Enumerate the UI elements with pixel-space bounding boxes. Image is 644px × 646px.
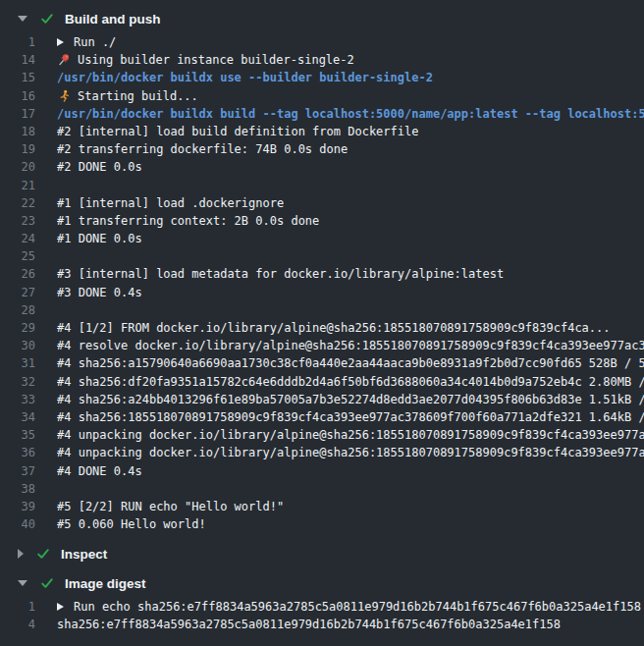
line-number[interactable]: 32 [0,373,35,391]
log-line: 32#4 sha256:df20fa9351a15782c64e6dddb2d4… [0,373,644,391]
line-number[interactable]: 26 [0,265,35,283]
section-header-image-digest[interactable]: Image digest [0,568,644,598]
log-line: 37#4 DONE 0.4s [0,462,644,480]
chevron-down-icon[interactable] [18,580,27,586]
line-number[interactable]: 18 [0,123,35,140]
log-line: 19#2 transferring dockerfile: 74B 0.0s d… [0,140,644,158]
run-toggle-icon[interactable] [57,603,64,611]
chevron-down-icon[interactable] [18,16,27,22]
log-line: 36#4 unpacking docker.io/library/alpine@… [0,444,644,461]
log-text: #4 resolve docker.io/library/alpine@sha2… [57,337,644,354]
log-line: 30#4 resolve docker.io/library/alpine@sh… [0,337,644,354]
section-build-and-push: Build and push 1Run ./14Using builder in… [0,4,644,539]
log-line: 29#4 [1/2] FROM docker.io/library/alpine… [0,319,644,337]
log-line: 27#3 DONE 0.4s [0,284,644,301]
log-line: 1Run ./ [0,33,644,51]
line-number[interactable]: 31 [0,354,35,372]
line-number[interactable]: 15 [0,69,35,86]
line-number[interactable]: 24 [0,230,35,247]
runner-icon [57,89,71,103]
actions-log-viewer: Build and push 1Run ./14Using builder in… [0,0,644,646]
log-text: #4 unpacking docker.io/library/alpine@sh… [57,444,644,461]
section-log-image-digest: 1Run echo sha256:e7ff8834a5963a2785c5a08… [0,598,644,639]
log-line: 31#4 sha256:a15790640a6690aa1730c38cf0a4… [0,354,644,372]
log-text: #2 transferring dockerfile: 74B 0.0s don… [57,140,348,158]
section-inspect: Inspect [0,539,644,568]
log-text: #4 sha256:a15790640a6690aa1730c38cf0a440… [57,354,644,372]
log-text: #3 DONE 0.4s [57,284,142,301]
log-text: #4 sha256:185518070891758909c9f839cf4ca3… [57,408,644,426]
log-line: 23#1 transferring context: 2B 0.0s done [0,212,644,230]
section-title: Build and push [65,12,161,27]
line-number[interactable]: 25 [0,247,35,265]
success-check-icon [36,547,50,561]
line-number[interactable]: 28 [0,301,35,319]
log-line: 28 [0,301,644,319]
line-number[interactable]: 35 [0,426,35,444]
line-number[interactable]: 33 [0,391,35,408]
log-text: Starting build... [78,87,198,105]
log-line: 22#1 [internal] load .dockerignore [0,194,644,212]
line-number[interactable]: 29 [0,319,35,337]
pushpin-icon [57,53,71,67]
log-text: #4 [1/2] FROM docker.io/library/alpine@s… [57,319,611,337]
success-check-icon [40,576,54,590]
log-text: Run ./ [74,33,116,51]
log-line: 20#2 DONE 0.0s [0,158,644,176]
line-number[interactable]: 30 [0,337,35,354]
section-header-build-and-push[interactable]: Build and push [0,4,644,33]
line-number[interactable]: 23 [0,212,35,230]
run-toggle-icon[interactable] [57,38,64,46]
line-number[interactable]: 36 [0,444,35,461]
log-text: sha256:e7ff8834a5963a2785c5a0811e979d16b… [57,616,561,633]
log-text: #1 DONE 0.0s [57,230,142,247]
log-text: Using builder instance builder-single-2 [78,51,354,69]
line-number[interactable]: 21 [0,177,35,194]
log-text: #2 [internal] load build definition from… [57,123,418,140]
log-line: 24#1 DONE 0.0s [0,230,644,247]
log-line: 15/usr/bin/docker buildx use --builder b… [0,69,644,86]
log-line: 38 [0,480,644,498]
log-text: /usr/bin/docker buildx use --builder bui… [57,69,433,86]
section-header-inspect[interactable]: Inspect [0,539,644,568]
line-number[interactable]: 14 [0,51,35,69]
log-line: 18#2 [internal] load build definition fr… [0,123,644,140]
section-log-build-and-push: 1Run ./14Using builder instance builder-… [0,33,644,539]
log-line: 25 [0,247,644,265]
log-line: 16Starting build... [0,87,644,105]
log-line: 34#4 sha256:185518070891758909c9f839cf4c… [0,408,644,426]
log-text: #1 transferring context: 2B 0.0s done [57,212,319,230]
log-text: #5 [2/2] RUN echo "Hello world!" [57,498,284,515]
log-line: 4sha256:e7ff8834a5963a2785c5a0811e979d16… [0,616,644,633]
log-line: 17/usr/bin/docker buildx build --tag loc… [0,105,644,123]
log-text: #2 DONE 0.0s [57,158,142,176]
line-number[interactable]: 1 [0,598,35,616]
section-title: Inspect [61,547,107,562]
log-text: #4 sha256:a24bb4013296f61e89ba57005a7b3e… [57,391,644,408]
log-text: #4 unpacking docker.io/library/alpine@sh… [57,426,644,444]
line-number[interactable]: 38 [0,480,35,498]
section-image-digest: Image digest 1Run echo sha256:e7ff8834a5… [0,568,644,639]
line-number[interactable]: 20 [0,158,35,176]
line-number[interactable]: 40 [0,515,35,533]
chevron-right-icon[interactable] [18,549,24,559]
line-number[interactable]: 1 [0,33,35,51]
log-line: 39#5 [2/2] RUN echo "Hello world!" [0,498,644,515]
log-text: #4 DONE 0.4s [57,462,142,480]
log-text: Run echo sha256:e7ff8834a5963a2785c5a081… [74,598,641,616]
line-number[interactable]: 27 [0,284,35,301]
line-number[interactable]: 4 [0,616,35,633]
log-text: #5 0.060 Hello world! [57,515,206,533]
line-number[interactable]: 39 [0,498,35,515]
line-number[interactable]: 37 [0,462,35,480]
line-number[interactable]: 19 [0,140,35,158]
log-line: 40#5 0.060 Hello world! [0,515,644,533]
line-number[interactable]: 17 [0,105,35,123]
log-line: 21 [0,177,644,194]
line-number[interactable]: 34 [0,408,35,426]
line-number[interactable]: 16 [0,87,35,105]
log-text: /usr/bin/docker buildx build --tag local… [57,105,644,123]
log-text: #1 [internal] load .dockerignore [57,194,284,212]
log-line: 35#4 unpacking docker.io/library/alpine@… [0,426,644,444]
line-number[interactable]: 22 [0,194,35,212]
